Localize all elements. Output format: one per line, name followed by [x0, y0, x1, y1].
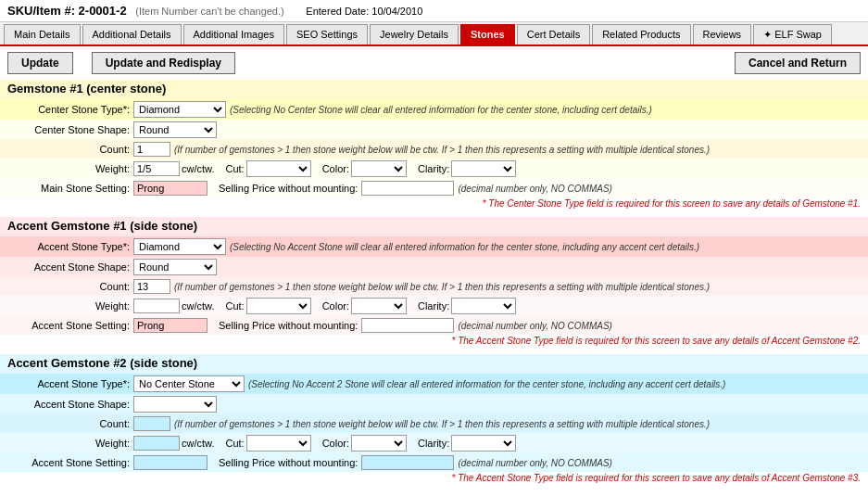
gemstone1-count-input[interactable] [133, 142, 170, 157]
gemstone1-weight-input[interactable] [133, 161, 180, 176]
gemstone1-cut-select[interactable]: IdealExcellentVery GoodGood [246, 160, 311, 177]
center-stone-shape-select[interactable]: Round Princess Oval Cushion Emerald Cut [133, 121, 217, 138]
gemstone1-selling-price-input[interactable] [361, 181, 454, 196]
gemstone1-clarity-label: Clarity: [418, 163, 449, 174]
gemstone2-count-label: Count: [4, 281, 133, 292]
center-stone-shape-row: Center Stone Shape: Round Princess Oval … [0, 120, 868, 140]
gemstone2-required-note: * The Accent Stone Type field is require… [0, 335, 868, 347]
gemstone2-setting-input[interactable] [133, 318, 208, 333]
gemstone3-clarity-label: Clarity: [418, 438, 449, 449]
top-bar: SKU/Item #: 2-0001-2 (Item Number can't … [0, 0, 868, 22]
tab-main-details[interactable]: Main Details [4, 24, 81, 45]
tab-additional-details[interactable]: Additional Details [82, 24, 182, 45]
entered-date-value: 10/04/2010 [371, 6, 422, 17]
gemstone1-count-row: Count: (If number of gemstones > 1 then … [0, 140, 868, 159]
tab-reviews[interactable]: Reviews [693, 24, 752, 45]
gemstone3-section: Accent Gemstone #2 (side stone) Accent S… [0, 354, 868, 484]
tab-jewelry-details[interactable]: Jewelry Details [370, 24, 459, 45]
gemstone2-weight-label: Weight: [4, 300, 133, 312]
tab-seo-settings[interactable]: SEO Settings [286, 24, 368, 45]
center-stone-type-note: (Selecting No Center Stone will clear al… [230, 105, 652, 115]
gemstone3-header: Accent Gemstone #2 (side stone) [0, 354, 868, 374]
gemstone3-setting-label: Accent Stone Setting: [4, 457, 133, 468]
gemstone3-weight-row: Weight: cw/ctw. Cut: IdealExcellent Colo… [0, 433, 868, 453]
gemstone2-count-note: (If number of gemstones > 1 then stone w… [174, 282, 710, 292]
tab-related-products[interactable]: Related Products [592, 24, 690, 45]
gemstone3-cut-select[interactable]: IdealExcellent [246, 435, 311, 451]
gemstone3-weight-label: Weight: [4, 438, 133, 449]
gemstone2-weight-input[interactable] [133, 299, 180, 313]
gemstone1-count-note: (If number of gemstones > 1 then stone w… [174, 145, 710, 155]
gemstone2-color-select[interactable]: DEF [351, 298, 407, 314]
gemstone1-section: Gemstone #1 (center stone) Center Stone … [0, 80, 868, 210]
gemstone3-selling-price-input[interactable] [361, 455, 454, 470]
gemstone1-count-label: Count: [4, 144, 133, 155]
gemstone3-selling-price-label: Selling Price without mounting: [219, 457, 358, 468]
gemstone2-setting-label: Accent Stone Setting: [4, 320, 133, 331]
gemstone2-count-row: Count: (If number of gemstones > 1 then … [0, 277, 868, 296]
gemstone3-title: Accent Gemstone #2 (side stone) [7, 356, 197, 370]
gemstone1-cut-label: Cut: [225, 163, 244, 174]
gemstone1-setting-label: Main Stone Setting: [4, 183, 133, 194]
gemstone3-setting-input[interactable] [133, 455, 208, 470]
toolbar: Update Update and Redisplay Cancel and R… [0, 46, 868, 80]
accent1-stone-type-note: (Selecting No Accent Stone will clear al… [230, 242, 699, 252]
center-stone-shape-label: Center Stone Shape: [4, 124, 133, 135]
gemstone2-header: Accent Gemstone #1 (side stone) [0, 217, 868, 236]
cancel-return-button[interactable]: Cancel and Return [735, 52, 861, 74]
gemstone1-setting-row: Main Stone Setting: Selling Price withou… [0, 179, 868, 197]
gemstone3-weight-unit: cw/ctw. [182, 438, 214, 449]
accent2-stone-shape-label: Accent Stone Shape: [4, 399, 133, 410]
gemstone2-color-label: Color: [322, 300, 349, 312]
gemstone3-count-note: (If number of gemstones > 1 then stone w… [174, 419, 710, 429]
gemstone3-color-label: Color: [322, 438, 349, 449]
gemstone3-clarity-select[interactable]: FLIF [451, 435, 516, 451]
gemstone1-selling-price-label: Selling Price without mounting: [219, 183, 358, 194]
gemstone1-title: Gemstone #1 (center stone) [7, 82, 166, 95]
gemstone3-cut-label: Cut: [225, 438, 244, 449]
gemstone3-selling-price-note: (decimal number only, NO COMMAS) [458, 458, 612, 468]
gemstone3-weight-input[interactable] [133, 436, 180, 451]
gemstone1-weight-unit: cw/ctw. [182, 163, 214, 174]
center-stone-type-row: Center Stone Type*: Diamond No Center St… [0, 99, 868, 120]
gemstone2-title: Accent Gemstone #1 (side stone) [7, 219, 197, 233]
accent2-stone-type-note: (Selecting No Accent 2 Stone will clear … [248, 379, 725, 389]
gemstone3-required-note: * The Accent Stone Type field is require… [0, 472, 868, 484]
gemstone2-section: Accent Gemstone #1 (side stone) Accent S… [0, 217, 868, 347]
gemstone1-weight-label: Weight: [4, 163, 133, 174]
sku-note: (Item Number can't be changed.) [135, 6, 283, 17]
gemstone3-count-input[interactable] [133, 416, 170, 431]
gemstone2-count-input[interactable] [133, 279, 170, 294]
gemstone2-cut-select[interactable]: IdealExcellent [246, 298, 311, 314]
tab-stones[interactable]: Stones [460, 24, 515, 45]
tab-cert-details[interactable]: Cert Details [517, 24, 590, 45]
gemstone2-clarity-select[interactable]: FLIFVVS1 [451, 298, 516, 314]
gemstone3-color-select[interactable]: DE [351, 435, 407, 451]
accent2-stone-type-row: Accent Stone Type*: No Center Stone Diam… [0, 374, 868, 394]
gemstone1-clarity-select[interactable]: FLIFVVS1VVS2VS1 [451, 160, 516, 177]
accent2-stone-shape-row: Accent Stone Shape: Round Princess [0, 394, 868, 414]
update-button[interactable]: Update [7, 52, 73, 74]
gemstone1-setting-input[interactable] [133, 181, 208, 196]
accent1-stone-type-row: Accent Stone Type*: Diamond No Center St… [0, 236, 868, 257]
accent2-stone-type-select[interactable]: No Center Stone Diamond Ruby Emerald Sap… [133, 375, 245, 392]
sku-number: 2-0001-2 [79, 4, 127, 18]
gemstone2-selling-price-label: Selling Price without mounting: [219, 320, 358, 331]
tab-elf-swap[interactable]: ✦ ELF Swap [753, 24, 832, 45]
accent1-stone-type-select[interactable]: Diamond No Center Stone Ruby Emerald Sap… [133, 238, 226, 255]
gemstone2-selling-price-input[interactable] [361, 318, 454, 333]
update-redisplay-button[interactable]: Update and Redisplay [92, 52, 235, 74]
gemstone1-color-select[interactable]: DEFGH [351, 160, 407, 177]
sku-title: SKU/Item #: 2-0001-2 (Item Number can't … [7, 4, 287, 18]
entered-date: Entered Date: 10/04/2010 [306, 6, 422, 17]
accent1-stone-shape-select[interactable]: Round Princess Oval [133, 259, 217, 275]
accent2-stone-shape-select[interactable]: Round Princess [133, 396, 217, 413]
page-content: Gemstone #1 (center stone) Center Stone … [0, 80, 868, 491]
center-stone-type-select[interactable]: Diamond No Center Stone Ruby Emerald Sap… [133, 101, 226, 118]
center-stone-type-label: Center Stone Type*: [4, 104, 133, 115]
gemstone1-selling-price-note: (decimal number only, NO COMMAS) [458, 184, 612, 194]
gemstone2-clarity-label: Clarity: [418, 300, 449, 312]
accent2-stone-type-label: Accent Stone Type*: [4, 378, 133, 389]
gemstone2-weight-row: Weight: cw/ctw. Cut: IdealExcellent Colo… [0, 296, 868, 316]
tab-additional-images[interactable]: Additional Images [183, 24, 284, 45]
